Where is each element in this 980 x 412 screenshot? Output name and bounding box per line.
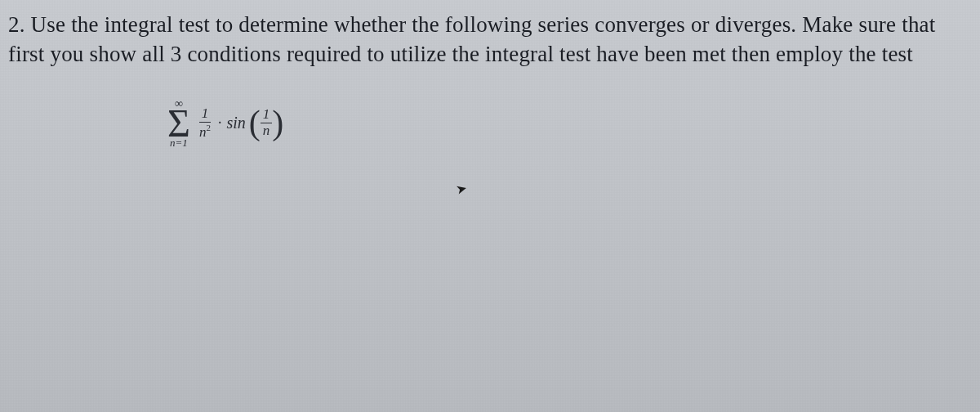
problem-number: 2. [8,12,25,37]
sine-argument: ( 1 n ) [249,107,284,138]
series-formula: ∞ Σ n=1 1 n2 · sin ( 1 n ) [167,98,972,148]
coefficient-fraction: 1 n2 [197,106,213,140]
sine-function: sin [226,114,245,132]
sigma-glyph: Σ [167,108,190,139]
coef-denominator: n2 [197,123,213,140]
multiply-dot: · [218,114,222,132]
argument-fraction: 1 n [261,107,273,138]
arg-numerator: 1 [261,107,273,123]
summation-symbol: ∞ Σ n=1 [167,98,190,148]
sum-lower-limit: n=1 [170,137,188,148]
coef-numerator: 1 [199,106,212,123]
problem-statement: 2. Use the integral test to determine wh… [8,10,972,69]
mouse-cursor-icon: ➤ [454,181,468,199]
left-paren: ( [249,110,261,137]
right-paren: ) [272,110,283,137]
arg-denominator: n [261,123,273,139]
problem-body: Use the integral test to determine wheth… [8,12,935,66]
